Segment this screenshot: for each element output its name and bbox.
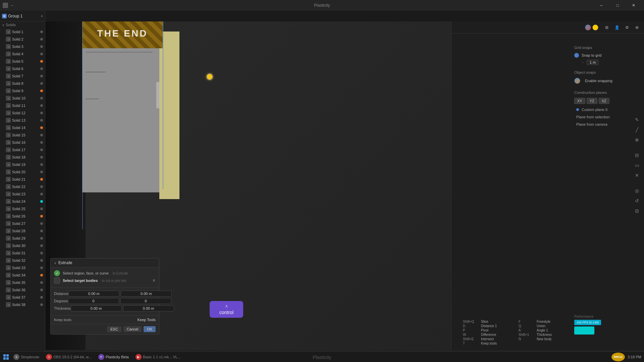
solid-item-29[interactable]: Solid 29 — [0, 235, 45, 242]
distance-label: Distance — [54, 292, 68, 296]
solid-type-icon — [6, 221, 11, 226]
solid-type-icon — [6, 273, 11, 278]
solid-item-6[interactable]: Solid 6 — [0, 65, 45, 72]
cancel-button[interactable]: Cancel — [123, 326, 142, 332]
solids-collapse-icon[interactable]: ∨ — [2, 23, 4, 27]
solid-item-10[interactable]: Solid 10 — [0, 95, 45, 102]
snap-to-grid-toggle[interactable] — [574, 53, 579, 58]
3d-viewport[interactable]: THE END ∧ control ∨ Extrude — [45, 21, 451, 351]
snap-value-label: ─ — [582, 61, 584, 64]
cross-icon-btn[interactable]: ✕ — [633, 171, 641, 180]
solid-item-30[interactable]: Solid 30 — [0, 242, 45, 249]
solid-item-11[interactable]: Solid 11 — [0, 102, 45, 109]
solid-item-27[interactable]: Solid 27 — [0, 220, 45, 227]
solid-item-7[interactable]: Solid 7 — [0, 72, 45, 80]
solid-item-14[interactable]: Solid 14 — [0, 124, 45, 131]
solid-item-36[interactable]: Solid 36 — [0, 286, 45, 294]
plane-from-selection-button[interactable]: Plane from selection — [574, 114, 641, 120]
solid-item-2[interactable]: Solid 2 — [0, 36, 45, 43]
solid-item-9[interactable]: Solid 9 — [0, 87, 45, 95]
solid-item-18[interactable]: Solid 18 — [0, 154, 45, 161]
users-button[interactable]: 👤 — [612, 23, 621, 32]
shortcut-label: Keep tools — [481, 342, 497, 345]
solid-item-24[interactable]: Solid 24 — [0, 198, 45, 205]
solid-item-19[interactable]: Solid 19 — [0, 161, 45, 168]
esc-button[interactable]: ESC — [107, 326, 121, 332]
solid-status-dot — [40, 274, 43, 277]
solid-item-26[interactable]: Solid 26 — [0, 213, 45, 220]
solid-item-32[interactable]: Solid 32 — [0, 257, 45, 264]
thickness-input-1[interactable] — [71, 305, 122, 311]
circle-icon-btn[interactable]: ◎ — [633, 186, 641, 195]
plane-from-camera-button[interactable]: Plane from camera — [574, 121, 641, 127]
solid-item-15[interactable]: Solid 15 — [0, 131, 45, 139]
rect-icon-btn[interactable]: ▭ — [633, 161, 641, 170]
svg-rect-33 — [7, 134, 10, 137]
solid-item-5[interactable]: Solid 5 — [0, 58, 45, 65]
solid-item-4[interactable]: Solid 4 — [0, 50, 45, 58]
solid-item-13[interactable]: Solid 13 — [0, 117, 45, 124]
solid-status-dot — [40, 148, 43, 151]
refresh-icon-btn[interactable]: ↺ — [633, 196, 641, 205]
solid-item-8[interactable]: Solid 8 — [0, 80, 45, 87]
yz-plane-button[interactable]: YZ — [587, 98, 597, 104]
distance-input-1[interactable] — [68, 291, 119, 297]
color-picker-1[interactable] — [585, 24, 591, 31]
degrees-input-1[interactable] — [68, 298, 119, 304]
solid-item-21[interactable]: Solid 21 — [0, 176, 45, 183]
distance-input-2[interactable] — [121, 291, 172, 297]
solid-item-20[interactable]: Solid 20 — [0, 168, 45, 176]
color-picker-2[interactable] — [592, 24, 598, 31]
solid-type-icon — [6, 177, 11, 182]
status-video[interactable]: ▶ Basic 1.1 v1.mk... VL... — [133, 353, 183, 361]
windows-start-icon[interactable] — [3, 354, 9, 360]
solid-label: Solid 7 — [12, 74, 39, 78]
obs-icon: O — [46, 354, 52, 360]
solid-item-31[interactable]: Solid 31 — [0, 249, 45, 257]
solid-item-38[interactable]: Solid 38 — [0, 301, 45, 308]
step2-close-icon[interactable]: ✕ — [152, 278, 156, 283]
solid-item-22[interactable]: Solid 22 — [0, 183, 45, 190]
solid-status-dot — [40, 289, 43, 291]
solid-item-16[interactable]: Solid 16 — [0, 139, 45, 146]
status-obs[interactable]: O OBS 29.0.2 (64-bit, w... — [43, 353, 94, 361]
table-icon-btn[interactable]: ⊟ — [633, 151, 641, 160]
solid-item-3[interactable]: Solid 3 — [0, 43, 45, 50]
settings-button[interactable]: ⚙ — [623, 23, 631, 32]
solid-label: Solid 29 — [12, 236, 39, 240]
degrees-input-2[interactable] — [120, 298, 171, 304]
thickness-input-2[interactable] — [123, 305, 174, 311]
grid-view-button[interactable]: ⊞ — [602, 23, 611, 32]
solid-type-icon — [6, 118, 11, 123]
solid-item-17[interactable]: Solid 17 — [0, 146, 45, 154]
solid-item-1[interactable]: Solid 1 — [0, 28, 45, 36]
close-button[interactable]: ✕ — [626, 0, 641, 11]
custom-plane-item[interactable]: Custom plane 0 — [574, 107, 641, 113]
minimize-button[interactable]: ─ — [594, 0, 609, 11]
solid-item-37[interactable]: Solid 37 — [0, 294, 45, 301]
group-collapse-icon[interactable]: ∧ — [41, 14, 43, 18]
solid-item-23[interactable]: Solid 23 — [0, 190, 45, 198]
maximize-button[interactable]: □ — [610, 0, 625, 11]
status-simplenote[interactable]: S Simplenote — [11, 353, 42, 361]
solid-type-icon — [6, 206, 11, 211]
solid-item-12[interactable]: Solid 12 — [0, 109, 45, 117]
solid-item-28[interactable]: Solid 28 — [0, 227, 45, 235]
svg-rect-27 — [7, 112, 10, 115]
crosshair-icon-btn[interactable]: ⊕ — [633, 135, 641, 144]
pencil-icon-btn[interactable]: ✎ — [633, 115, 641, 124]
svg-rect-11 — [7, 53, 10, 56]
ok-button[interactable]: OK — [144, 326, 156, 332]
solid-item-25[interactable]: Solid 25 — [0, 205, 45, 213]
status-plasticity[interactable]: P Plasticity Beta — [96, 353, 131, 361]
save-icon-btn[interactable]: ⊟ — [633, 206, 641, 215]
solid-item-33[interactable]: Solid 33 — [0, 264, 45, 272]
diagonal-icon-btn[interactable]: ╱ — [633, 125, 641, 134]
solid-item-35[interactable]: Solid 35 — [0, 279, 45, 286]
xz-plane-button[interactable]: XZ — [599, 98, 609, 104]
info-button[interactable]: ⊕ — [633, 23, 641, 32]
solid-item-34[interactable]: Solid 34 — [0, 272, 45, 279]
xy-plane-button[interactable]: XY — [574, 98, 585, 104]
icon-spacer — [633, 145, 641, 149]
shortcut-row-12: TKeep tools — [463, 342, 515, 345]
